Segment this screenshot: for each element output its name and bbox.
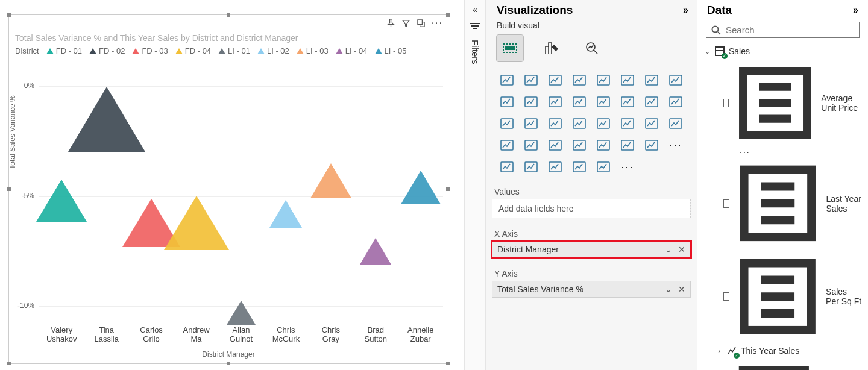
plot-area[interactable]: Total Sales Variance % 0%-5%-10% — [39, 75, 443, 328]
vis-type-r-visual[interactable] — [497, 136, 517, 154]
vis-type-powerapps[interactable] — [569, 158, 590, 176]
vis-type-gauge[interactable] — [545, 114, 565, 133]
format-visual-tab[interactable] — [538, 35, 564, 61]
checkbox[interactable] — [723, 99, 729, 107]
vis-type-stacked-bar-h[interactable] — [545, 71, 565, 89]
field-this-year-sales[interactable]: ›✓This Year Sales — [715, 343, 862, 358]
legend-item[interactable]: FD - 01 — [46, 46, 82, 55]
legend-item[interactable]: LI - 04 — [336, 46, 368, 55]
vis-type-table[interactable] — [641, 114, 662, 133]
vis-type-line[interactable] — [497, 93, 517, 111]
x-tick: TinaLassila — [84, 325, 128, 344]
vis-type-card[interactable] — [569, 114, 590, 133]
data-marker[interactable] — [360, 238, 391, 265]
gridline — [39, 196, 443, 197]
collapse-data-icon[interactable]: » — [853, 5, 858, 16]
vis-type-area[interactable] — [665, 71, 686, 89]
vis-type-clustered-column[interactable] — [569, 71, 590, 89]
search-input[interactable] — [726, 25, 854, 35]
vis-type-python-visual[interactable] — [521, 136, 541, 154]
vis-type-slicer[interactable] — [617, 114, 638, 133]
values-well[interactable]: Add data fields here — [492, 199, 691, 218]
data-marker[interactable] — [401, 171, 441, 204]
more-icon[interactable]: ··· — [715, 147, 862, 157]
xaxis-field-chip[interactable]: District Manager ⌄✕ — [492, 241, 691, 258]
vis-type-filled-map[interactable] — [521, 114, 541, 133]
report-canvas[interactable]: ═ ··· Total Sales Variance % and This Ye… — [0, 0, 464, 370]
filters-pane-collapsed[interactable]: « Filters — [464, 0, 486, 370]
vis-type-scatter[interactable] — [593, 93, 614, 111]
vis-type-paginated[interactable] — [641, 136, 662, 154]
vis-type-map[interactable] — [497, 114, 517, 133]
focus-mode-icon[interactable] — [417, 19, 426, 28]
vis-type-treemap[interactable] — [665, 93, 686, 111]
remove-field-icon[interactable]: ✕ — [678, 284, 685, 294]
resize-handle[interactable] — [227, 362, 230, 365]
resize-handle[interactable] — [7, 362, 11, 365]
pin-icon[interactable] — [386, 19, 395, 28]
chevron-down-icon[interactable]: ⌄ — [665, 245, 672, 254]
vis-type-qa[interactable] — [593, 136, 614, 154]
legend-item[interactable]: FD - 02 — [89, 46, 125, 55]
vis-type-line-clustered[interactable] — [617, 71, 638, 89]
chevron-down-icon[interactable]: ⌄ — [665, 284, 672, 294]
checkbox[interactable] — [723, 199, 729, 208]
data-marker[interactable] — [269, 200, 302, 228]
yaxis-field-label: Total Sales Variance % — [497, 284, 583, 294]
vis-type-arcgis[interactable] — [545, 158, 565, 176]
legend-item[interactable]: LI - 02 — [257, 46, 289, 55]
data-title: Data — [707, 4, 732, 17]
field-last-year-sales[interactable]: Last Year Sales — [715, 157, 862, 250]
vis-type-stacked-bar[interactable] — [497, 71, 517, 89]
vis-type-column[interactable] — [641, 71, 662, 89]
vis-type-pie[interactable] — [617, 93, 638, 111]
vis-type-donut[interactable] — [641, 93, 662, 111]
vis-type-funnel[interactable] — [569, 93, 590, 111]
search-box[interactable] — [706, 22, 860, 38]
svg-rect-20 — [621, 97, 634, 107]
table-sales[interactable]: ⌄ ✓ Sales — [703, 44, 862, 58]
measure-icon — [733, 252, 822, 341]
vis-type-clustered-bar[interactable] — [521, 71, 541, 89]
vis-type-kpi[interactable] — [593, 114, 614, 133]
y-tick: 0% — [24, 81, 34, 90]
vis-type-more2[interactable]: ··· — [617, 158, 638, 176]
analytics-tab[interactable] — [579, 35, 605, 61]
vis-type-app-source[interactable] — [497, 158, 517, 176]
yaxis-field-chip[interactable]: Total Sales Variance % ⌄✕ — [492, 281, 691, 298]
scatter-visual[interactable]: ═ ··· Total Sales Variance % and This Ye… — [8, 14, 448, 364]
vis-type-more[interactable]: ··· — [665, 136, 686, 154]
legend-item[interactable]: FD - 03 — [132, 46, 168, 55]
data-marker[interactable] — [36, 180, 87, 222]
vis-type-ribbon[interactable] — [521, 93, 541, 111]
checkbox[interactable] — [723, 292, 729, 301]
remove-field-icon[interactable]: ✕ — [678, 245, 685, 254]
collapse-visualizations-icon[interactable]: » — [683, 5, 688, 16]
vis-type-key-influencers[interactable] — [545, 136, 565, 154]
vis-type-waterfall[interactable] — [545, 93, 565, 111]
drag-grip-icon[interactable]: ═ — [225, 20, 230, 28]
filter-icon[interactable] — [401, 19, 410, 28]
field-avg-unit-price[interactable]: Average Unit Price — [715, 58, 862, 147]
data-marker[interactable] — [164, 196, 229, 250]
expand-filters-icon[interactable]: « — [473, 5, 477, 14]
legend-item[interactable]: LI - 05 — [375, 46, 407, 55]
data-marker[interactable] — [68, 87, 145, 152]
vis-type-decomposition[interactable] — [569, 136, 590, 154]
resize-handle[interactable] — [446, 187, 450, 191]
resize-handle[interactable] — [446, 362, 450, 365]
vis-type-template[interactable] — [521, 158, 541, 176]
legend-item[interactable]: LI - 01 — [218, 46, 250, 55]
vis-type-stacked-column-100[interactable] — [593, 71, 614, 89]
vis-type-matrix[interactable] — [665, 114, 686, 133]
data-marker[interactable] — [310, 163, 351, 198]
vis-type-narrative[interactable] — [617, 136, 638, 154]
field-total-sales-variance[interactable]: Total Sales Variance — [715, 358, 862, 371]
more-options-icon[interactable]: ··· — [432, 17, 443, 28]
data-marker[interactable] — [227, 301, 256, 325]
build-visual-tab[interactable] — [497, 35, 523, 61]
field-sales-per-sqft[interactable]: Sales Per Sq Ft — [715, 250, 862, 343]
legend-item[interactable]: FD - 04 — [175, 46, 211, 55]
vis-type-automate[interactable] — [593, 158, 614, 176]
legend-item[interactable]: LI - 03 — [297, 46, 329, 55]
